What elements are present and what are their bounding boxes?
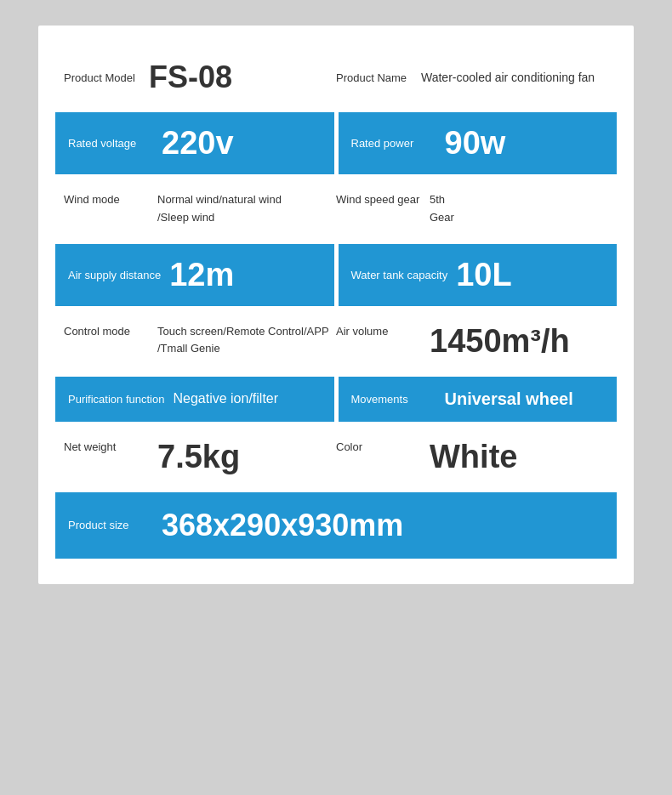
water-tank-value: 10L	[456, 257, 511, 293]
product-model-label: Product Model	[64, 71, 140, 84]
product-size-label: Product size	[68, 519, 153, 531]
wind-row: Wind mode Normal wind/natural wind/Sleep…	[55, 174, 617, 244]
product-name-section: Product Name Water-cooled air conditioni…	[336, 71, 608, 84]
product-name-value: Water-cooled air conditioning fan	[421, 71, 595, 84]
header-row: Product Model FS-08 Product Name Water-c…	[55, 51, 617, 112]
air-supply-label: Air supply distance	[68, 269, 161, 281]
wind-speed-value: 5th Gear	[430, 191, 454, 227]
rated-power-label: Rated power	[351, 137, 436, 150]
net-weight-cell: Net weight 7.5kg	[64, 439, 336, 475]
wind-speed-cell: Wind speed gear 5th Gear	[336, 191, 608, 227]
air-supply-cell: Air supply distance 12m	[55, 244, 334, 306]
air-volume-value: 1450m³/h	[430, 323, 570, 360]
color-cell: Color White	[336, 439, 608, 475]
rated-row: Rated voltage 220v Rated power 90w	[55, 112, 617, 174]
air-volume-label: Air volume	[336, 323, 421, 338]
product-size-row: Product size 368x290x930mm	[55, 492, 617, 559]
control-mode-value: Touch screen/Remote Control/APP/Tmall Ge…	[157, 323, 329, 359]
product-size-value: 368x290x930mm	[162, 508, 403, 543]
product-card: Product Model FS-08 Product Name Water-c…	[38, 26, 634, 584]
water-tank-label: Water tank capacity	[351, 269, 448, 281]
product-name-label: Product Name	[336, 71, 413, 84]
rated-voltage-label: Rated voltage	[68, 137, 153, 150]
movements-label: Movements	[351, 393, 436, 406]
air-volume-cell: Air volume 1450m³/h	[336, 323, 608, 360]
weight-color-row: Net weight 7.5kg Color White	[55, 422, 617, 492]
control-mode-label: Control mode	[64, 323, 149, 338]
product-model-section: Product Model FS-08	[64, 60, 336, 95]
product-model-value: FS-08	[149, 60, 232, 95]
water-tank-cell: Water tank capacity 10L	[339, 244, 618, 306]
product-size-cell: Product size 368x290x930mm	[55, 492, 617, 559]
air-supply-row: Air supply distance 12m Water tank capac…	[55, 244, 617, 306]
control-row: Control mode Touch screen/Remote Control…	[55, 306, 617, 377]
control-mode-cell: Control mode Touch screen/Remote Control…	[64, 323, 336, 360]
purification-row: Purification function Negative ion/filte…	[55, 377, 617, 422]
color-label: Color	[336, 439, 421, 453]
purification-cell: Purification function Negative ion/filte…	[55, 377, 334, 422]
rated-voltage-cell: Rated voltage 220v	[55, 112, 334, 174]
net-weight-label: Net weight	[64, 439, 149, 453]
rated-power-cell: Rated power 90w	[339, 112, 618, 174]
purification-value: Negative ion/filter	[173, 391, 278, 406]
movements-value: Universal wheel	[445, 389, 573, 409]
rated-power-value: 90w	[445, 125, 506, 162]
purification-label: Purification function	[68, 393, 164, 406]
color-value: White	[430, 439, 517, 475]
wind-speed-label: Wind speed gear	[336, 191, 421, 206]
air-supply-value: 12m	[169, 257, 234, 293]
net-weight-value: 7.5kg	[157, 439, 240, 475]
rated-voltage-value: 220v	[162, 125, 234, 162]
wind-mode-label: Wind mode	[64, 191, 149, 206]
wind-mode-cell: Wind mode Normal wind/natural wind/Sleep…	[64, 191, 336, 227]
movements-cell: Movements Universal wheel	[339, 377, 618, 422]
wind-mode-value: Normal wind/natural wind/Sleep wind	[157, 191, 282, 227]
